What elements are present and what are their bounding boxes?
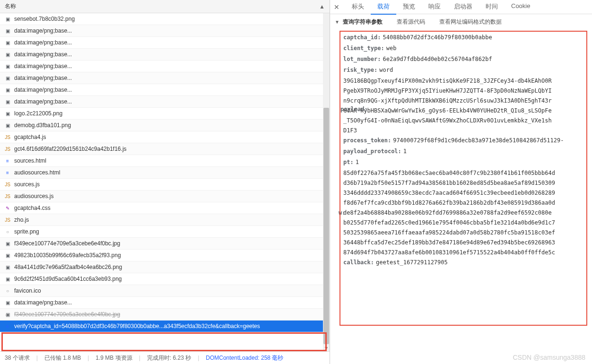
view-source-link[interactable]: 查看源代码 — [397, 18, 425, 26]
image-file-icon: ▣ — [4, 39, 11, 46]
scrollbar-track[interactable] — [323, 13, 330, 351]
payload-line: n9crq8n9QG-xjXftpQdUhMTIBkWXB6iQMzzcUSrl… — [343, 96, 587, 106]
w-line: d36b719a2bf50e5157f7ad94a385681bb16028ed… — [343, 178, 587, 188]
w-line: 36448bffca5d7ec25def189bb3d7e847186e94d8… — [343, 238, 587, 248]
request-row[interactable]: ✎gcaptcha4.css — [0, 202, 330, 214]
request-name: data:image/png;base... — [14, 27, 72, 34]
image-file-icon: ▣ — [4, 275, 11, 283]
request-list[interactable]: ▣sensebot.7b8c0b32.png▣data:image/png;ba… — [0, 13, 330, 351]
request-row[interactable]: JSgct4.6f16d69faf2209d1561b24c9a42b1f16.… — [0, 143, 330, 155]
image-file-icon: ▣ — [4, 240, 11, 247]
request-row[interactable]: ▣f349ece100774e709e5a3cebe6e4f0bc.jpg — [0, 309, 330, 321]
request-name: sprite.png — [14, 228, 39, 235]
query-params: captcha_id 54088bb07d2df3c46b79f80300b0a… — [334, 30, 592, 271]
image-file-icon: ▣ — [4, 299, 11, 306]
scroll-down-arrow-icon[interactable]: ▼ — [324, 346, 329, 351]
js-file-icon: JS — [4, 181, 11, 188]
watermark: CSDN @samsunga3888 — [513, 354, 585, 361]
image-file-icon: ▣ — [4, 51, 11, 58]
request-row[interactable]: ▣logo.2c212005.png — [0, 108, 330, 120]
tab-0[interactable]: 标头 — [345, 0, 371, 15]
request-row[interactable]: ▣data:image/png;base... — [0, 25, 330, 37]
w-line: 5032539865aeea716ffaeaafa985224dabd07a0d… — [343, 228, 587, 238]
w-line: 85d0f2276a75fa45f3b068ec5aec6ba040c80f7c… — [343, 168, 587, 178]
request-row[interactable]: JSaudiosources.js — [0, 191, 330, 202]
request-row[interactable]: ▣data:image/png;base... — [0, 297, 330, 309]
request-row[interactable]: JSgcaptcha4.js — [0, 131, 330, 143]
request-name: f349ece100774e709e5a3cebe6e4f0bc.jpg — [14, 240, 120, 247]
disclosure-triangle-icon[interactable]: ▼ — [335, 19, 340, 25]
request-row[interactable]: ▣f349ece100774e709e5a3cebe6e4f0bc.jpg — [0, 238, 330, 250]
image-file-icon: ▣ — [4, 110, 11, 117]
request-row[interactable]: ▣demobg.d3fba101.png — [0, 120, 330, 131]
css-file-icon: ✎ — [4, 204, 11, 212]
request-row[interactable]: ▣9c6d2f2f451d9d5aca60b41cc6a3eb93.png — [0, 273, 330, 285]
tab-1[interactable]: 载荷 — [371, 0, 396, 15]
payload-line: D1F3 — [343, 126, 587, 136]
request-name: f349ece100774e709e5a3cebe6e4f0bc.jpg — [14, 311, 120, 318]
html-file-icon: ≡ — [4, 157, 11, 165]
param-w: 85d0f2276a75fa45f3b068ec5aec6ba040c80f7c… — [343, 168, 587, 258]
tab-3[interactable]: 响应 — [422, 0, 447, 15]
request-row[interactable]: ▣data:image/png;base... — [0, 96, 330, 108]
status-transferred: 已传输 1.8 MB — [44, 354, 81, 362]
request-row[interactable]: JSsources.js — [0, 179, 330, 191]
payload-content: ▼ 查询字符串参数 查看源代码 查看网址编码格式的数据 captcha_id 5… — [330, 14, 592, 364]
status-bar: 38 个请求 | 已传输 1.8 MB | 1.9 MB 项资源 | 完成用时:… — [0, 351, 330, 364]
column-header[interactable]: 名称 ▲ — [0, 0, 330, 13]
request-row[interactable]: ▣data:image/png;base... — [0, 72, 330, 84]
request-name: gcaptcha4.css — [14, 205, 51, 211]
view-urlencoded-link[interactable]: 查看网址编码格式的数据 — [439, 18, 502, 26]
w-line: b0255d770fefad2265c0ed19661e7954f0046cbb… — [343, 218, 587, 228]
details-tabs: ✕ 标头载荷预览响应启动器时间Cookie — [330, 0, 592, 14]
request-row[interactable]: ▣data:image/png;base... — [0, 61, 330, 72]
tab-4[interactable]: 启动器 — [447, 0, 479, 15]
html-file-icon: ≡ — [4, 322, 11, 330]
request-row[interactable]: ▣sensebot.7b8c0b32.png — [0, 13, 330, 25]
request-row[interactable]: JSzho.js — [0, 214, 330, 226]
request-row[interactable]: ○sprite.png — [0, 226, 330, 238]
request-row[interactable]: ▣data:image/png;base... — [0, 84, 330, 96]
request-name: zho.js — [14, 217, 29, 223]
tab-6[interactable]: Cookie — [505, 0, 537, 15]
w-line: 874d694f7b043727aa8afe6b00108310961ef571… — [343, 248, 587, 258]
section-header: ▼ 查询字符串参数 查看源代码 查看网址编码格式的数据 — [334, 18, 592, 26]
sort-arrow-icon: ▲ — [319, 3, 325, 10]
request-row[interactable]: ≡audiosources.html — [0, 167, 330, 179]
close-icon[interactable]: ✕ — [332, 2, 341, 12]
tab-5[interactable]: 时间 — [479, 0, 505, 15]
request-row[interactable]: ▣48a4141d9c7e96a5f2aafb4c4ea6bc26.png — [0, 261, 330, 273]
w-line: f8d67ef7fca9cd3bbf9b1d8276a662fb39ba2186… — [343, 198, 587, 208]
request-row[interactable]: ▣data:image/png;base... — [0, 49, 330, 61]
html-file-icon: ≡ — [4, 169, 11, 176]
image-file-icon: ▣ — [4, 98, 11, 105]
tab-2[interactable]: 预览 — [396, 0, 422, 15]
param-process-token: process_token 974000729f68f9d1c96decb83a… — [343, 136, 587, 146]
image-file-icon: ▣ — [4, 121, 11, 129]
payload-line: PgebX9TRoOJyMRMJgFP3YXjq5IYiueKHwH7JZQTT… — [343, 86, 587, 96]
image-file-icon: ▣ — [4, 311, 11, 318]
request-name: sources.html — [14, 157, 46, 164]
request-row[interactable]: ▣49823b10035b99f66c69afecb35a2f93.png — [0, 250, 330, 261]
request-row[interactable]: ○favicon.ico — [0, 285, 330, 297]
request-name: gct4.6f16d69faf2209d1561b24c9a42b1f16.js — [14, 146, 127, 152]
param-pt: pt 1 — [343, 157, 587, 167]
request-name: data:image/png;base... — [14, 98, 72, 105]
param-captcha-id: captcha_id 54088bb07d2df3c46b79f80300b0a… — [343, 33, 587, 43]
request-row[interactable]: ≡sources.html — [0, 155, 330, 167]
image-file-icon: ▣ — [4, 27, 11, 35]
network-requests-panel: 名称 ▲ ▣sensebot.7b8c0b32.png▣data:image/p… — [0, 0, 330, 364]
js-file-icon: JS — [4, 216, 11, 224]
w-line: de8f2a4b68884ba90288e06b92fdd7699886a32e… — [343, 208, 587, 218]
param-payload-protocol: payload_protocol 1 — [343, 147, 587, 156]
request-row[interactable]: ▣data:image/png;base... — [0, 37, 330, 49]
scrollbar-thumb[interactable] — [323, 108, 329, 344]
request-row[interactable]: ≡verify?captcha_id=54088bb07d2df3c46b79f… — [0, 321, 330, 332]
request-name: sensebot.7b8c0b32.png — [14, 16, 75, 22]
request-name: logo.2c212005.png — [14, 110, 62, 117]
generic-file-icon: ○ — [4, 287, 11, 295]
param-client-type: client_type web — [343, 43, 587, 53]
status-requests: 38 个请求 — [5, 354, 30, 362]
payload-line: G4AK-kybHBSXaQwWrGwYwIk6_gOys6-EELkb4VW0… — [343, 106, 587, 116]
js-file-icon: JS — [4, 192, 11, 200]
